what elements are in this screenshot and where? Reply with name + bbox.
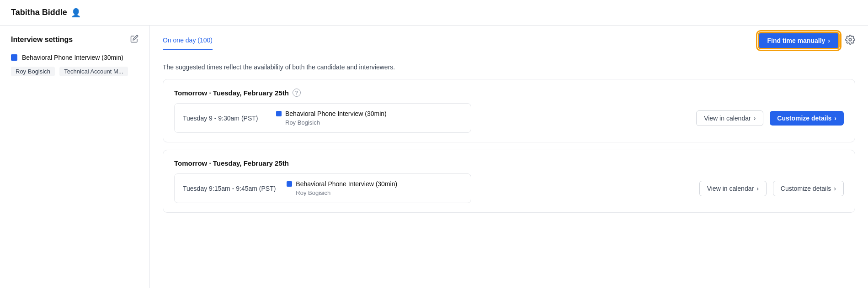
- question-mark-icon-1[interactable]: ?: [293, 89, 301, 97]
- customize-details-button-2[interactable]: Customize details ›: [773, 181, 844, 196]
- card-actions-1: View in calendar › Customize details ›: [696, 110, 844, 126]
- slot-color-dot-2: [287, 181, 292, 187]
- chevron-right-icon-customize-2: ›: [834, 185, 836, 192]
- slot-interview-title-1: Behavioral Phone Interview (30min): [276, 110, 387, 117]
- candidate-name: Tabitha Biddle: [11, 8, 67, 17]
- top-header: Tabitha Biddle 👤: [0, 0, 868, 26]
- interview-label: Behavioral Phone Interview (30min): [22, 54, 123, 61]
- gear-icon[interactable]: [845, 35, 855, 47]
- time-card-date-1: Tomorrow · Tuesday, February 25th ?: [174, 89, 844, 97]
- view-in-calendar-button-2[interactable]: View in calendar ›: [699, 181, 767, 196]
- slot-time-2: Tuesday 9:15am - 9:45am (PST): [183, 185, 276, 192]
- tabs-row: On one day (100): [163, 37, 213, 50]
- slot-time-1: Tuesday 9 - 9:30am (PST): [183, 115, 265, 122]
- find-time-manually-button[interactable]: Find time manually ›: [758, 32, 840, 49]
- time-card-1: Tomorrow · Tuesday, February 25th ? Tues…: [163, 79, 855, 142]
- time-slot-box-1: Tuesday 9 - 9:30am (PST) Behavioral Phon…: [174, 103, 471, 133]
- slot-interviewer-1: Roy Bogisich: [276, 119, 387, 126]
- time-card-row-2: Tuesday 9:15am - 9:45am (PST) Behavioral…: [174, 173, 844, 203]
- slot-interview-title-2: Behavioral Phone Interview (30min): [287, 180, 397, 188]
- chevron-right-icon-customize-1: ›: [834, 115, 836, 122]
- main-layout: Interview settings Behavioral Phone Inte…: [0, 26, 868, 288]
- suggested-text: The suggested times reflect the availabi…: [163, 63, 855, 71]
- svg-point-0: [849, 38, 852, 41]
- sidebar: Interview settings Behavioral Phone Inte…: [0, 26, 150, 288]
- person-icon: 👤: [71, 8, 81, 18]
- card-actions-2: View in calendar › Customize details ›: [699, 181, 844, 196]
- chevron-right-icon: ›: [828, 37, 830, 44]
- content-body: The suggested times reflect the availabi…: [150, 55, 868, 228]
- slot-interviewer-2: Roy Bogisich: [287, 189, 397, 196]
- chevron-right-icon-view-1: ›: [754, 115, 756, 122]
- content-header: On one day (100) Find time manually ›: [150, 26, 868, 55]
- slot-interview-1: Behavioral Phone Interview (30min) Roy B…: [276, 110, 387, 126]
- content-area: On one day (100) Find time manually › Th…: [150, 26, 868, 288]
- edit-icon[interactable]: [130, 35, 138, 45]
- customize-details-button-1[interactable]: Customize details ›: [770, 111, 844, 126]
- time-slot-box-2: Tuesday 9:15am - 9:45am (PST) Behavioral…: [174, 173, 471, 203]
- view-in-calendar-button-1[interactable]: View in calendar ›: [696, 110, 763, 126]
- sidebar-tag-interviewer: Roy Bogisich: [11, 67, 55, 76]
- tab-one-day[interactable]: On one day (100): [163, 37, 213, 50]
- slot-color-dot-1: [276, 111, 282, 116]
- sidebar-tags: Roy Bogisich Technical Account M...: [11, 65, 138, 76]
- time-card-date-2: Tomorrow · Tuesday, February 25th: [174, 159, 844, 167]
- slot-interview-2: Behavioral Phone Interview (30min) Roy B…: [287, 180, 397, 196]
- sidebar-tag-account: Technical Account M...: [59, 67, 128, 76]
- time-card-2: Tomorrow · Tuesday, February 25th Tuesda…: [163, 150, 855, 213]
- interview-item: Behavioral Phone Interview (30min): [11, 54, 138, 61]
- sidebar-title: Interview settings: [11, 36, 73, 44]
- header-actions: Find time manually ›: [758, 32, 855, 55]
- interview-color-indicator: [11, 54, 17, 61]
- time-card-row-1: Tuesday 9 - 9:30am (PST) Behavioral Phon…: [174, 103, 844, 133]
- sidebar-title-row: Interview settings: [11, 35, 138, 45]
- chevron-right-icon-view-2: ›: [756, 185, 759, 192]
